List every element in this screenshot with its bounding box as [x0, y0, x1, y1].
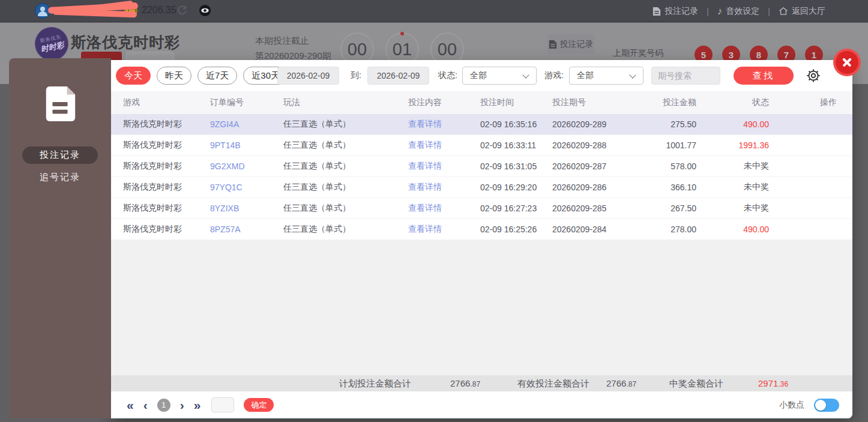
date-from-input[interactable]: 2026-02-09: [277, 67, 339, 85]
game-select[interactable]: 全部: [569, 67, 643, 85]
first-page-button[interactable]: «: [127, 399, 134, 411]
decimal-toggle-switch[interactable]: [814, 399, 839, 412]
balance-amount: 2206.35: [142, 5, 176, 16]
order-id-link[interactable]: 9G2XMD: [210, 161, 283, 171]
column-header: 投注内容: [408, 97, 480, 108]
menu-separator: |: [768, 7, 770, 16]
quick-filter-pill[interactable]: 近7天: [197, 67, 237, 85]
cell-period: 20260209-287: [552, 161, 624, 171]
cell-bet-amount: 278.00: [624, 225, 696, 234]
cell-play-type: 任三直选（单式）: [283, 182, 408, 193]
cell-status: 未中奖: [696, 203, 769, 214]
game-filter-label: 游戏:: [544, 60, 564, 91]
cell-game: 斯洛伐克时时彩: [123, 161, 210, 172]
column-header: 游戏: [123, 97, 210, 108]
cell-play-type: 任三直选（单式）: [283, 203, 408, 214]
view-details-link[interactable]: 查看详情: [408, 119, 480, 130]
column-header: 状态: [696, 97, 769, 108]
cell-bet-amount: 1001.77: [624, 140, 696, 150]
date-to-label: 到:: [351, 60, 361, 91]
last-page-button[interactable]: »: [194, 399, 201, 411]
bet-records-button[interactable]: 投注记录: [547, 34, 594, 54]
cell-period: 20260209-288: [552, 140, 624, 150]
column-header: 玩法: [283, 97, 408, 108]
view-details-link[interactable]: 查看详情: [408, 203, 480, 214]
toggle-knob: [815, 400, 826, 411]
cell-bet-amount: 366.10: [624, 182, 696, 192]
sidebar-item-chase-records[interactable]: 追号记录: [9, 172, 111, 183]
order-id-link[interactable]: 97YQ1C: [210, 182, 283, 192]
document-icon: [653, 7, 661, 16]
cell-bet-amount: 578.00: [624, 161, 696, 171]
chevron-down-icon: [629, 71, 636, 78]
eye-icon[interactable]: [199, 4, 211, 17]
records-sidebar: 投注记录 追号记录: [9, 58, 111, 418]
cell-bet-amount: 267.50: [624, 203, 696, 213]
topbar: 2206.35 投注记录 | ♪ 音效设定 | 返回大厅: [0, 0, 868, 22]
search-button[interactable]: 查找: [734, 67, 794, 85]
table-row[interactable]: 斯洛伐克时时彩 9G2XMD 任三直选（单式） 查看详情 02-09 16:31…: [111, 156, 852, 177]
table-row[interactable]: 斯洛伐克时时彩 8YZIXB 任三直选（单式） 查看详情 02-09 16:27…: [111, 198, 852, 219]
valid-total-value: 2766.87: [606, 375, 636, 391]
cell-game: 斯洛伐克时时彩: [123, 119, 210, 130]
cell-game: 斯洛伐克时时彩: [123, 203, 210, 214]
cell-bet-time: 02-09 16:35:16: [480, 119, 552, 129]
view-details-link[interactable]: 查看详情: [408, 140, 480, 151]
status-select[interactable]: 全部: [462, 67, 537, 85]
order-id-link[interactable]: 8PZ57A: [210, 225, 283, 234]
table-row[interactable]: 斯洛伐克时时彩 9ZGI4A 任三直选（单式） 查看详情 02-09 16:35…: [111, 114, 852, 135]
home-icon: [779, 7, 788, 16]
date-to-input[interactable]: 2026-02-09: [367, 67, 429, 85]
view-details-link[interactable]: 查看详情: [408, 161, 480, 172]
order-id-link[interactable]: 9PT14B: [210, 140, 283, 150]
cell-status: 490.00: [696, 119, 769, 129]
order-id-link[interactable]: 9ZGI4A: [210, 119, 283, 129]
status-filter-label: 状态:: [438, 60, 457, 91]
page-number-input[interactable]: [211, 397, 234, 412]
deadline-label: 本期投注截止: [255, 33, 331, 48]
username-redaction: [46, 2, 144, 19]
refresh-balance-icon[interactable]: [176, 5, 188, 16]
menu-item-sound-settings[interactable]: ♪ 音效设定: [717, 6, 760, 17]
cell-bet-time: 02-09 16:31:05: [480, 161, 552, 171]
quick-filter-pill[interactable]: 今天: [116, 67, 151, 85]
screen: 2206.35 投注记录 | ♪ 音效设定 | 返回大厅 斯洛: [0, 0, 868, 422]
table-row[interactable]: 斯洛伐克时时彩 97YQ1C 任三直选（单式） 查看详情 02-09 16:29…: [111, 177, 852, 198]
cell-bet-time: 02-09 16:27:23: [480, 203, 552, 213]
cell-bet-time: 02-09 16:29:20: [480, 182, 552, 192]
cell-play-type: 任三直选（单式）: [283, 161, 408, 172]
column-header: 投注时间: [480, 97, 552, 108]
cell-game: 斯洛伐克时时彩: [123, 182, 210, 193]
quick-filter-pill[interactable]: 昨天: [157, 67, 191, 85]
cell-period: 20260209-286: [552, 182, 624, 192]
menu-item-bet-records[interactable]: 投注记录: [653, 6, 698, 17]
settings-gear-icon[interactable]: [806, 68, 821, 83]
close-modal-button[interactable]: [836, 51, 858, 74]
sidebar-item-bet-records[interactable]: 投注记录: [22, 146, 98, 164]
table-row[interactable]: 斯洛伐克时时彩 9PT14B 任三直选（单式） 查看详情 02-09 16:33…: [111, 135, 852, 156]
menu-separator: |: [707, 7, 709, 16]
cell-period: 20260209-289: [552, 119, 624, 129]
cell-status: 未中奖: [696, 161, 769, 172]
win-total-label: 中奖金额合计: [669, 375, 723, 391]
filter-bar: 今天 昨天 近7天 近30天 2026-02-09 到: 2026-02-09 …: [111, 60, 852, 91]
view-details-link[interactable]: 查看详情: [408, 182, 480, 193]
period-search-input[interactable]: [651, 67, 720, 85]
document-icon: [549, 40, 557, 49]
bet-records-modal: 今天 昨天 近7天 近30天 2026-02-09 到: 2026-02-09 …: [111, 60, 852, 418]
view-details-link[interactable]: 查看详情: [408, 224, 480, 235]
cell-bet-time: 02-09 16:33:11: [480, 140, 552, 150]
chevron-down-icon: [522, 71, 529, 78]
confirm-page-button[interactable]: 确定: [244, 398, 274, 412]
quick-date-filters: 今天 昨天 近7天 近30天: [116, 67, 288, 85]
previous-page-button[interactable]: ‹: [143, 399, 148, 411]
valid-total-label: 有效投注金额合计: [517, 375, 589, 391]
decimal-toggle-label: 小数点: [779, 400, 804, 411]
cell-status: 1991.36: [696, 140, 769, 150]
cell-period: 20260209-284: [552, 225, 624, 234]
menu-item-back-to-lobby[interactable]: 返回大厅: [779, 6, 825, 17]
cell-play-type: 任三直选（单式）: [283, 224, 408, 235]
table-row[interactable]: 斯洛伐克时时彩 8PZ57A 任三直选（单式） 查看详情 02-09 16:25…: [111, 219, 852, 240]
order-id-link[interactable]: 8YZIXB: [210, 203, 283, 213]
next-page-button[interactable]: ›: [180, 399, 184, 411]
